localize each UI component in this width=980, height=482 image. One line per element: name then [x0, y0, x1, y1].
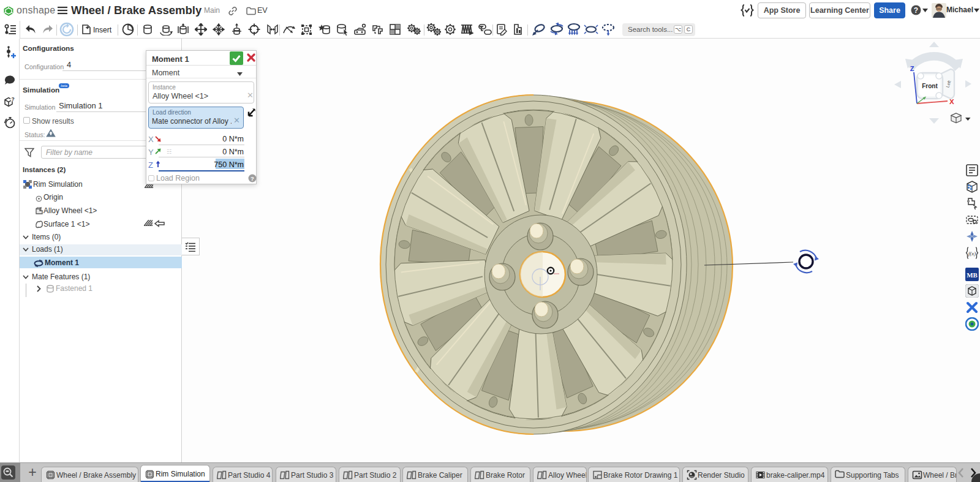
svg-text:?: ? — [11, 96, 14, 102]
svg-text:?: ? — [914, 6, 918, 15]
svg-text:f(x): f(x) — [968, 250, 976, 257]
svg-text:MB: MB — [967, 271, 978, 279]
svg-text:Front: Front — [922, 83, 938, 89]
svg-text:Z: Z — [910, 65, 914, 72]
svg-text:X: X — [949, 98, 954, 105]
svg-text:?: ? — [251, 175, 254, 182]
